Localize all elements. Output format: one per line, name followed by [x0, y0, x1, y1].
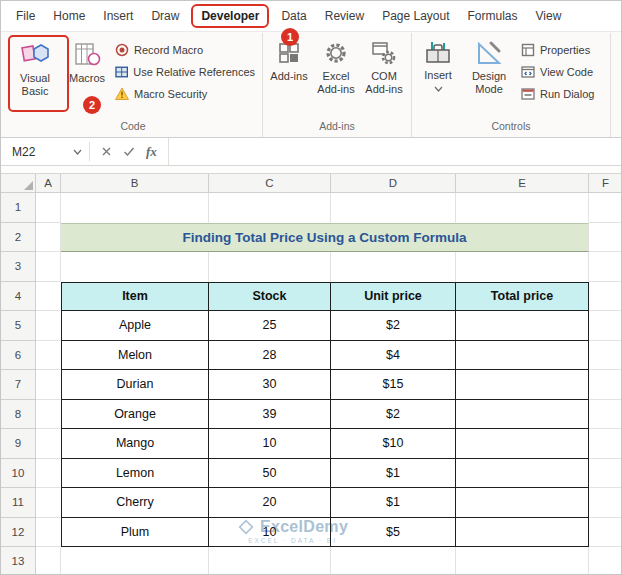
excel-add-ins-button[interactable]: Excel Add-ins [312, 35, 360, 97]
cell[interactable] [209, 547, 331, 575]
row-header-11[interactable]: 11 [1, 488, 36, 518]
cell[interactable] [589, 223, 622, 253]
cell-stock[interactable]: 28 [209, 341, 331, 371]
cell-unit-price[interactable]: $15 [331, 370, 456, 400]
tab-home[interactable]: Home [44, 4, 94, 28]
cell-stock[interactable]: 25 [209, 311, 331, 341]
view-code-button[interactable]: View Code [517, 61, 607, 83]
cell[interactable] [456, 547, 589, 575]
cell-unit-price[interactable]: $1 [331, 488, 456, 518]
tab-insert[interactable]: Insert [94, 4, 142, 28]
cell[interactable] [36, 459, 61, 489]
cell-item[interactable]: Apple [61, 311, 209, 341]
cell[interactable] [589, 518, 622, 548]
use-relative-references-button[interactable]: Use Relative References [111, 61, 259, 83]
design-mode-button[interactable]: Design Mode [461, 35, 517, 97]
tab-data[interactable]: Data [272, 4, 315, 28]
cell-item[interactable]: Melon [61, 341, 209, 371]
cell-total-price[interactable] [456, 429, 589, 459]
cell-item[interactable]: Cherry [61, 488, 209, 518]
tab-developer[interactable]: Developer [191, 4, 269, 28]
properties-button[interactable]: Properties [517, 39, 607, 61]
cell-stock[interactable]: 10 [209, 429, 331, 459]
cell[interactable] [589, 282, 622, 312]
cell[interactable] [456, 252, 589, 282]
row-header-6[interactable]: 6 [1, 341, 36, 371]
cell-total-price[interactable] [456, 311, 589, 341]
row-header-2[interactable]: 2 [1, 223, 36, 253]
cell-total-price[interactable] [456, 370, 589, 400]
row-header-7[interactable]: 7 [1, 370, 36, 400]
run-dialog-button[interactable]: Run Dialog [517, 83, 607, 105]
cell-item[interactable]: Plum [61, 518, 209, 548]
tab-review[interactable]: Review [316, 4, 373, 28]
column-header-b[interactable]: B [61, 174, 209, 193]
cell-unit-price[interactable]: $10 [331, 429, 456, 459]
cell-item[interactable]: Mango [61, 429, 209, 459]
tab-view[interactable]: View [527, 4, 571, 28]
cell[interactable] [36, 252, 61, 282]
cell[interactable] [589, 429, 622, 459]
row-header-4[interactable]: 4 [1, 282, 36, 312]
cell[interactable] [36, 223, 61, 253]
cell-unit-price[interactable]: $5 [331, 518, 456, 548]
cell[interactable] [36, 400, 61, 430]
column-header-c[interactable]: C [209, 174, 331, 193]
table-header-item[interactable]: Item [61, 282, 209, 312]
cell-stock[interactable]: 10 [209, 518, 331, 548]
cancel-icon[interactable] [101, 146, 112, 157]
cell-total-price[interactable] [456, 400, 589, 430]
cell[interactable] [61, 193, 209, 223]
name-box-dropdown-icon[interactable] [73, 149, 82, 155]
cell[interactable] [589, 488, 622, 518]
cell[interactable] [36, 518, 61, 548]
macros-button[interactable]: Macros [63, 35, 111, 87]
cell-stock[interactable]: 39 [209, 400, 331, 430]
worksheet-title[interactable]: Finding Total Price Using a Custom Formu… [61, 223, 589, 253]
cell-item[interactable]: Lemon [61, 459, 209, 489]
cell[interactable] [589, 547, 622, 575]
cell[interactable] [36, 429, 61, 459]
cell-total-price[interactable] [456, 459, 589, 489]
cell[interactable] [36, 488, 61, 518]
cell[interactable] [209, 252, 331, 282]
visual-basic-button[interactable]: Visual Basic [7, 35, 63, 99]
row-header-13[interactable]: 13 [1, 547, 36, 575]
cell-unit-price[interactable]: $2 [331, 400, 456, 430]
cell[interactable] [36, 311, 61, 341]
table-header-total-price[interactable]: Total price [456, 282, 589, 312]
cell[interactable] [36, 193, 61, 223]
cell-stock[interactable]: 50 [209, 459, 331, 489]
tab-file[interactable]: File [7, 4, 44, 28]
column-header-e[interactable]: E [456, 174, 589, 193]
cell-unit-price[interactable]: $1 [331, 459, 456, 489]
cell[interactable] [331, 547, 456, 575]
enter-icon[interactable] [123, 146, 135, 157]
cell[interactable] [456, 193, 589, 223]
table-header-stock[interactable]: Stock [209, 282, 331, 312]
com-add-ins-button[interactable]: COM Add-ins [360, 35, 408, 97]
cell[interactable] [36, 341, 61, 371]
insert-controls-button[interactable]: Insert [415, 35, 461, 94]
cell[interactable] [209, 193, 331, 223]
row-header-10[interactable]: 10 [1, 459, 36, 489]
row-header-3[interactable]: 3 [1, 252, 36, 282]
cell-item[interactable]: Durian [61, 370, 209, 400]
cell[interactable] [61, 252, 209, 282]
cell-total-price[interactable] [456, 341, 589, 371]
row-header-8[interactable]: 8 [1, 400, 36, 430]
cell-total-price[interactable] [456, 488, 589, 518]
row-header-12[interactable]: 12 [1, 518, 36, 548]
cell[interactable] [589, 311, 622, 341]
row-header-5[interactable]: 5 [1, 311, 36, 341]
cell[interactable] [589, 370, 622, 400]
cell[interactable] [36, 547, 61, 575]
tab-page-layout[interactable]: Page Layout [373, 4, 458, 28]
cell[interactable] [331, 252, 456, 282]
cell-stock[interactable]: 30 [209, 370, 331, 400]
cell-stock[interactable]: 20 [209, 488, 331, 518]
column-header-d[interactable]: D [331, 174, 456, 193]
cell[interactable] [589, 193, 622, 223]
row-header-9[interactable]: 9 [1, 429, 36, 459]
cell[interactable] [331, 193, 456, 223]
